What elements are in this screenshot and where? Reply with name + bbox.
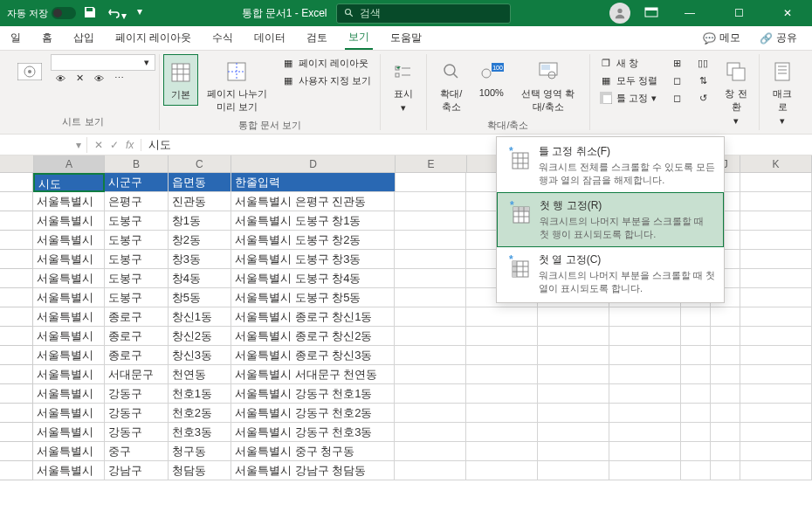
cell[interactable]: 중구 (105, 442, 168, 461)
reset-window-icon[interactable]: ↺ (691, 89, 715, 107)
cell[interactable] (395, 250, 466, 269)
unfreeze-panes-item[interactable]: * 틀 고정 취소(F) 워크시트 전체를 스크롤할 수 있도록 모든 행과 열… (497, 139, 724, 192)
zoom-button[interactable]: 확대/축소 (430, 54, 472, 117)
cell[interactable]: 서울특별시 (33, 211, 105, 231)
cell[interactable] (538, 307, 609, 327)
column-header[interactable]: B (105, 155, 168, 173)
zoom-selection-button[interactable]: 선택 영역 확대/축소 (511, 54, 586, 117)
autosave-toggle[interactable]: 자동 저장 (7, 7, 76, 20)
tab-home[interactable]: 홈 (38, 27, 56, 49)
cell[interactable] (740, 423, 812, 442)
close-button[interactable]: ✕ (770, 0, 805, 26)
cell[interactable] (711, 327, 740, 346)
cell[interactable]: 서대문구 (105, 365, 168, 384)
cell[interactable]: 서울특별시 (33, 269, 105, 288)
cell[interactable]: 도봉구 (105, 231, 168, 250)
cell[interactable] (711, 442, 740, 461)
cell[interactable]: 창신3동 (169, 346, 231, 365)
hide-button[interactable]: ◻ (664, 72, 689, 89)
cell[interactable]: 서울특별시 (33, 250, 105, 269)
cell[interactable]: 창신1동 (169, 307, 231, 327)
undo-icon[interactable]: ▾ (107, 5, 127, 22)
page-break-preview-button[interactable]: 페이지 나누기 미리 보기 (200, 54, 274, 117)
cell[interactable]: 창1동 (169, 211, 231, 231)
cell[interactable] (609, 423, 681, 442)
cell[interactable] (609, 461, 681, 480)
cell[interactable] (396, 173, 467, 192)
cell[interactable]: 서울특별시 (33, 231, 105, 250)
split-button[interactable]: ⊞ (664, 54, 689, 72)
cell[interactable]: 서울특별시 도봉구 창3동 (231, 250, 395, 269)
cell[interactable]: 시군구 (105, 173, 168, 192)
cell[interactable] (740, 211, 812, 231)
cell[interactable]: 청담동 (169, 461, 231, 480)
cell[interactable] (681, 307, 711, 327)
cell[interactable] (740, 404, 812, 423)
normal-view-button[interactable]: 기본 (163, 54, 198, 106)
cell[interactable] (395, 346, 466, 365)
cell[interactable]: 천호3동 (169, 423, 231, 442)
sheetview-dropdown[interactable]: ▾ (51, 54, 155, 71)
cell[interactable]: 강남구 (105, 461, 168, 480)
cell[interactable]: 서울특별시 (33, 327, 105, 346)
cell[interactable] (740, 461, 812, 480)
cell[interactable]: 서울특별시 강동구 천호3동 (231, 423, 395, 442)
page-layout-button[interactable]: ▦페이지 레이아웃 (276, 54, 376, 72)
cell[interactable]: 서울특별시 도봉구 창4동 (231, 269, 395, 288)
cell[interactable]: 서울특별시 (33, 192, 105, 211)
cell[interactable] (740, 269, 812, 288)
cell[interactable] (395, 192, 466, 211)
cell[interactable] (681, 442, 711, 461)
cell[interactable] (740, 192, 812, 211)
new-window-button[interactable]: ❐새 창 (594, 54, 663, 72)
freeze-panes-button[interactable]: 틀 고정 ▾ (594, 89, 663, 107)
fx-icon[interactable]: fx (126, 139, 134, 151)
cell[interactable] (740, 288, 812, 307)
cell[interactable] (711, 346, 740, 365)
cell[interactable] (395, 269, 466, 288)
cell[interactable] (538, 384, 609, 404)
redo-icon[interactable]: ▾ (137, 5, 142, 22)
memo-button[interactable]: 💬 메모 (695, 28, 748, 48)
cell[interactable] (395, 461, 466, 480)
cell[interactable]: 서울특별시 중구 청구동 (231, 442, 395, 461)
cell[interactable] (395, 211, 466, 231)
switch-windows-button[interactable]: 창 전환▾ (717, 54, 755, 130)
view-side-by-side-icon[interactable]: ▯▯ (691, 54, 715, 72)
cell[interactable]: 서울특별시 도봉구 창5동 (231, 288, 395, 307)
cell[interactable] (395, 442, 466, 461)
cell[interactable] (740, 173, 812, 192)
cell[interactable]: 한줄입력 (231, 173, 395, 192)
cell[interactable]: 진관동 (169, 192, 231, 211)
cell[interactable] (466, 365, 538, 384)
cell[interactable] (681, 346, 711, 365)
cell[interactable]: 은평구 (105, 192, 168, 211)
cell[interactable] (538, 442, 609, 461)
cell[interactable]: 창2동 (169, 231, 231, 250)
cell[interactable] (466, 404, 538, 423)
cell[interactable] (538, 461, 609, 480)
cell[interactable]: 강동구 (105, 423, 168, 442)
cell[interactable] (740, 365, 812, 384)
cell[interactable] (609, 327, 681, 346)
arrange-all-button[interactable]: ▦모두 정렬 (594, 72, 663, 89)
tab-formulas[interactable]: 수식 (209, 27, 237, 49)
cell[interactable]: 서울특별시 종로구 창신3동 (231, 346, 395, 365)
tab-insert[interactable]: 삽입 (70, 27, 98, 49)
cell[interactable]: 강동구 (105, 404, 168, 423)
cell[interactable] (681, 423, 711, 442)
cell[interactable] (466, 442, 538, 461)
cell[interactable]: 서울특별시 도봉구 창1동 (231, 211, 395, 231)
cell[interactable] (395, 365, 466, 384)
user-avatar[interactable] (609, 3, 630, 24)
cell[interactable] (609, 365, 681, 384)
cell[interactable]: 서울특별시 서대문구 천연동 (231, 365, 395, 384)
cell[interactable]: 서울특별시 (33, 404, 105, 423)
cell[interactable]: 종로구 (105, 327, 168, 346)
cell[interactable]: 청구동 (169, 442, 231, 461)
cell[interactable] (395, 404, 466, 423)
cell[interactable] (681, 327, 711, 346)
cell[interactable] (609, 442, 681, 461)
column-header[interactable]: K (740, 155, 812, 173)
cell[interactable] (395, 307, 466, 327)
